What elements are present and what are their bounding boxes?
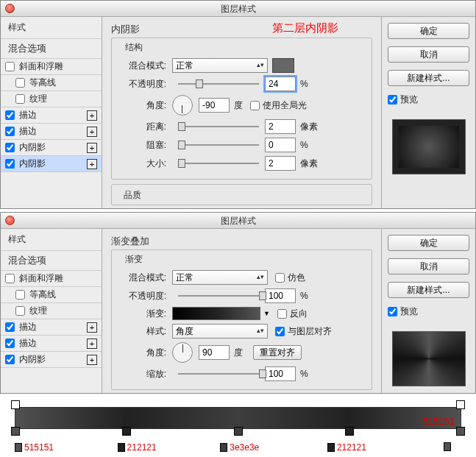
choke-input[interactable] xyxy=(265,138,296,152)
gradient-bar[interactable]: 515151 xyxy=(15,407,461,429)
checkbox[interactable] xyxy=(15,94,25,104)
reverse-checkbox[interactable]: 反向 xyxy=(277,308,308,320)
ok-button[interactable]: 确定 xyxy=(388,235,469,251)
slider-thumb[interactable] xyxy=(178,141,185,149)
style-item-stroke-2[interactable]: 描边+ xyxy=(1,124,102,140)
style-item-stroke-1[interactable]: 描边+ xyxy=(1,319,102,336)
plus-icon[interactable]: + xyxy=(87,339,97,349)
cancel-button[interactable]: 取消 xyxy=(388,258,469,274)
style-select[interactable]: 角度▴▾ xyxy=(172,324,268,339)
plus-icon[interactable]: + xyxy=(87,143,97,153)
style-item-contour[interactable]: 等高线 xyxy=(1,287,102,303)
shadow-color-swatch[interactable] xyxy=(272,58,294,73)
styles-sidebar: 样式 混合选项 斜面和浮雕 等高线 纹理 描边+ 描边+ 内阴影+ xyxy=(1,229,102,393)
gradient-editor: 515151 515151 212121 3e3e3e 212121 xyxy=(0,394,476,457)
dialog-title: 图层样式 xyxy=(221,4,256,14)
new-style-button[interactable]: 新建样式... xyxy=(388,70,469,86)
angle-label: 角度: xyxy=(119,347,166,359)
scale-label: 缩放: xyxy=(119,368,166,380)
opacity-slider[interactable] xyxy=(178,295,259,297)
angle-dial[interactable] xyxy=(172,95,193,116)
plus-icon[interactable]: + xyxy=(87,355,97,365)
gradient-preview[interactable] xyxy=(172,307,260,320)
slider-thumb[interactable] xyxy=(196,79,203,88)
opacity-stop[interactable] xyxy=(11,400,20,409)
opacity-input[interactable] xyxy=(265,77,296,91)
distance-slider[interactable] xyxy=(178,126,259,127)
color-stop[interactable] xyxy=(234,427,243,436)
color-stop[interactable] xyxy=(11,427,20,436)
style-item-bevel[interactable]: 斜面和浮雕 xyxy=(1,271,102,287)
color-stop[interactable] xyxy=(122,427,131,436)
plus-icon[interactable]: + xyxy=(87,127,97,137)
stop-label: 212121 xyxy=(327,442,366,453)
slider-thumb[interactable] xyxy=(178,159,185,168)
style-item-texture[interactable]: 纹理 xyxy=(1,91,102,107)
preview-checkbox[interactable]: 预览 xyxy=(388,93,469,106)
layer-style-dialog-gradient-overlay: 图层样式 样式 混合选项 斜面和浮雕 等高线 纹理 描边+ 描边+ 内阴影+ 渐… xyxy=(0,212,476,394)
slider-thumb[interactable] xyxy=(259,291,266,300)
size-input[interactable] xyxy=(265,156,296,171)
slider-thumb[interactable] xyxy=(178,122,185,131)
style-item-texture[interactable]: 纹理 xyxy=(1,303,102,319)
scale-slider[interactable] xyxy=(178,373,259,375)
angle-input[interactable] xyxy=(199,345,230,360)
global-light-checkbox[interactable]: 使用全局光 xyxy=(250,99,307,112)
close-icon[interactable] xyxy=(5,216,15,225)
ok-button[interactable]: 确定 xyxy=(388,23,469,39)
blend-mode-select[interactable]: 正常▴▾ xyxy=(172,58,268,73)
style-item-inner-shadow-1[interactable]: 内阴影+ xyxy=(1,140,102,156)
sidebar-styles-header[interactable]: 样式 xyxy=(1,229,102,251)
angle-input[interactable] xyxy=(199,98,230,113)
style-item-inner-shadow-2[interactable]: 内阴影+ xyxy=(1,156,102,172)
plus-icon[interactable]: + xyxy=(87,159,97,169)
align-with-layer-checkbox[interactable]: 与图层对齐 xyxy=(275,325,332,338)
checkbox[interactable] xyxy=(15,78,25,88)
color-stop[interactable] xyxy=(456,427,465,436)
preview-swatch xyxy=(392,331,466,386)
color-stop[interactable] xyxy=(345,427,354,436)
sidebar-blend-options[interactable]: 混合选项 xyxy=(1,39,102,59)
close-icon[interactable] xyxy=(5,4,15,13)
dialog-titlebar[interactable]: 图层样式 xyxy=(1,1,475,17)
blend-mode-select[interactable]: 正常▴▾ xyxy=(172,270,268,285)
angle-dial[interactable] xyxy=(172,342,193,363)
reset-alignment-button[interactable]: 重置对齐 xyxy=(253,345,302,360)
new-style-button[interactable]: 新建样式... xyxy=(388,282,469,298)
style-item-bevel[interactable]: 斜面和浮雕 xyxy=(1,59,102,75)
plus-icon[interactable]: + xyxy=(87,110,97,121)
gradient-sub-label: 渐变 xyxy=(125,253,364,266)
opacity-input[interactable] xyxy=(265,288,296,303)
sidebar-styles-header[interactable]: 样式 xyxy=(1,17,102,39)
checkbox[interactable] xyxy=(5,159,15,169)
dialog-titlebar[interactable]: 图层样式 xyxy=(1,213,475,229)
preview-checkbox[interactable]: 预览 xyxy=(388,305,469,318)
sidebar-blend-options[interactable]: 混合选项 xyxy=(1,251,102,271)
plus-icon[interactable]: + xyxy=(87,322,97,333)
checkbox[interactable] xyxy=(5,143,15,152)
opacity-stop[interactable] xyxy=(456,400,465,409)
style-item-stroke-2[interactable]: 描边+ xyxy=(1,336,102,352)
slider-thumb[interactable] xyxy=(259,369,266,378)
blend-mode-label: 混合模式: xyxy=(119,272,166,284)
preview-swatch xyxy=(392,119,466,174)
size-slider[interactable] xyxy=(178,163,259,164)
cancel-button[interactable]: 取消 xyxy=(388,46,469,63)
style-item-contour[interactable]: 等高线 xyxy=(1,75,102,91)
opacity-slider[interactable] xyxy=(178,83,259,85)
gradient-group: 渐变 混合模式: 正常▴▾ 仿色 不透明度: % 渐变: ▼ 反向 xyxy=(111,249,372,390)
gradient-label: 渐变: xyxy=(119,308,166,320)
annotation-text: 第二层内阴影 xyxy=(272,21,338,35)
distance-input[interactable] xyxy=(265,119,296,134)
style-item-inner-shadow-1[interactable]: 内阴影+ xyxy=(1,352,102,368)
style-item-stroke-1[interactable]: 描边+ xyxy=(1,107,102,124)
choke-slider[interactable] xyxy=(178,144,259,146)
distance-unit: 像素 xyxy=(300,121,318,133)
scale-input[interactable] xyxy=(265,366,296,381)
dither-checkbox[interactable]: 仿色 xyxy=(275,272,305,284)
checkbox[interactable] xyxy=(5,62,15,71)
layer-style-dialog-inner-shadow: 图层样式 样式 混合选项 斜面和浮雕 等高线 纹理 描边+ 描边+ 内阴影+ 内… xyxy=(0,0,476,209)
checkbox[interactable] xyxy=(5,127,15,136)
checkbox[interactable] xyxy=(5,110,15,120)
stop-label: 515151 xyxy=(15,442,54,453)
